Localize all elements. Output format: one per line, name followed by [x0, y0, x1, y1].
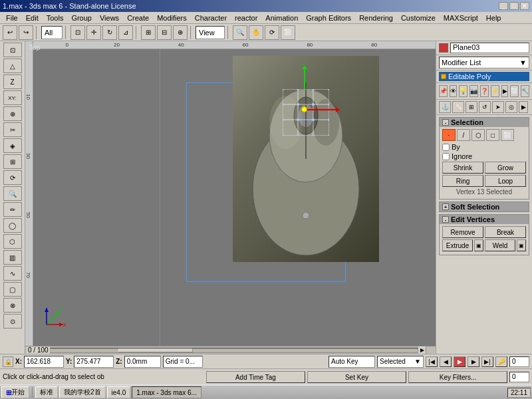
edit-vertices-collapse-button[interactable]: - — [442, 216, 449, 223]
lt-btn-1[interactable]: ⊡ — [3, 43, 22, 57]
lt-btn-18[interactable]: ⊙ — [3, 314, 22, 329]
snap-button[interactable]: ⊞ — [141, 25, 156, 40]
weld-button[interactable]: Weld — [485, 239, 515, 251]
y-coord-field[interactable]: 275.477 — [74, 356, 114, 368]
extrude-button[interactable]: Extrude — [442, 239, 473, 251]
menu-reactor[interactable]: reactor — [231, 13, 261, 23]
selection-header[interactable]: - Selection — [440, 118, 529, 127]
ring-button[interactable]: Ring — [442, 175, 483, 187]
menu-file[interactable]: File — [3, 13, 21, 23]
selection-collapse-button[interactable]: - — [442, 119, 449, 126]
menu-customize[interactable]: Customize — [398, 13, 439, 23]
menu-modifiers[interactable]: Modifiers — [154, 13, 190, 23]
modifier-list-dropdown[interactable]: Modifier List ▼ — [439, 57, 529, 68]
lt-btn-11[interactable]: ✏ — [3, 202, 22, 217]
taskbar-item-3dsmax[interactable]: 1.max - 3ds max 6... — [132, 386, 201, 398]
goto-start-button[interactable]: |◀ — [426, 356, 438, 367]
object-name-field[interactable]: Plane03 — [450, 43, 529, 53]
lt-btn-12[interactable]: ◯ — [3, 218, 22, 233]
lt-btn-9[interactable]: ⟳ — [3, 170, 22, 185]
lt-btn-8[interactable]: ⊞ — [3, 154, 22, 169]
stack-item-editable-poly[interactable]: Editable Poly — [439, 72, 529, 81]
close-button[interactable]: ✕ — [520, 2, 529, 10]
start-button[interactable]: ⊞ 开始 — [1, 386, 29, 398]
filter-dropdown[interactable]: All — [41, 26, 63, 39]
nav-icon[interactable]: ➤ — [492, 101, 504, 113]
menu-edit[interactable]: Edit — [23, 13, 42, 23]
pin-icon[interactable]: 📌 — [439, 85, 448, 97]
scrollbar-thumb[interactable] — [118, 348, 194, 352]
next-icon[interactable]: ▶ — [519, 101, 528, 113]
break-button[interactable]: Break — [485, 226, 526, 238]
by-checkbox[interactable] — [442, 144, 450, 151]
border-select-icon[interactable]: ⬡ — [471, 129, 485, 141]
next-frame-button[interactable]: ▶ — [467, 356, 479, 367]
lt-btn-5[interactable]: ⊕ — [3, 106, 22, 121]
undo-button[interactable]: ↩ — [3, 25, 17, 40]
zoom-button[interactable]: 🔍 — [233, 25, 247, 40]
scale-button[interactable]: ⊿ — [118, 25, 133, 40]
snap3-button[interactable]: ⊕ — [173, 25, 188, 40]
grow-button[interactable]: Grow — [485, 162, 526, 174]
orbit-button[interactable]: ⟳ — [265, 25, 279, 40]
extrude-settings-button[interactable]: ▣ — [474, 239, 483, 251]
soft-selection-header[interactable]: + Soft Selection — [440, 202, 529, 211]
selected-dropdown[interactable]: Selected ▼ — [377, 356, 424, 368]
poly-select-icon[interactable]: □ — [486, 129, 499, 141]
object-color-swatch[interactable] — [439, 43, 448, 53]
pan-button[interactable]: ✋ — [249, 25, 263, 40]
light-icon[interactable]: 💡 — [459, 85, 467, 97]
current-frame-display[interactable]: 0 — [509, 356, 529, 367]
lt-btn-13[interactable]: ⬡ — [3, 234, 22, 249]
lt-btn-7[interactable]: ◈ — [3, 138, 22, 153]
menu-character[interactable]: Character — [192, 13, 230, 23]
rotate-button[interactable]: ↻ — [102, 25, 117, 40]
menu-help[interactable]: Help — [483, 13, 505, 23]
menu-create[interactable]: Create — [124, 13, 152, 23]
remove-button[interactable]: Remove — [442, 226, 483, 238]
maximize-viewport-button[interactable]: ⬜ — [281, 25, 295, 40]
weld-settings-button[interactable]: ▣ — [517, 239, 526, 251]
viewport-3d[interactable]: Y X — [33, 49, 436, 346]
menu-graph-editors[interactable]: Graph Editors — [303, 13, 354, 23]
goto-end-button[interactable]: ▶| — [481, 356, 493, 367]
lt-btn-17[interactable]: ⊗ — [3, 298, 22, 313]
menu-group[interactable]: Group — [68, 13, 95, 23]
grid-icon[interactable]: ⊞ — [466, 101, 477, 113]
minimize-button[interactable]: _ — [499, 2, 508, 10]
select-button[interactable]: ⊡ — [70, 25, 85, 40]
anchor-icon[interactable]: ⚓ — [439, 101, 451, 113]
autokey-dropdown[interactable]: Auto Key — [329, 356, 375, 368]
loop-button[interactable]: Loop — [485, 175, 526, 187]
scrollbar-track[interactable] — [43, 348, 418, 353]
viewport-area[interactable]: Top 0 20 40 60 80 80 10 30 50 70 — [25, 41, 436, 354]
taskbar-item-ie[interactable]: ie4.0 — [107, 386, 131, 398]
anim-icon[interactable]: ◎ — [505, 101, 517, 113]
lt-btn-6[interactable]: ✂ — [3, 122, 22, 137]
edit-vertices-header[interactable]: - Edit Vertices — [440, 215, 529, 224]
snap2-button[interactable]: ⊟ — [157, 25, 172, 40]
lt-btn-16[interactable]: ▢ — [3, 282, 22, 297]
utility-icon[interactable]: 🔧 — [521, 85, 529, 97]
menu-animation[interactable]: Animation — [262, 13, 301, 23]
taskbar-item-school[interactable]: 我的学校2首 — [59, 386, 106, 398]
x-coord-field[interactable]: 162.618 — [24, 356, 64, 368]
display-icon[interactable]: ⬜ — [510, 85, 519, 97]
spacewarp-icon[interactable]: ⚡ — [491, 85, 499, 97]
redo-button[interactable]: ↪ — [19, 25, 33, 40]
play-button[interactable]: ▶ — [454, 356, 466, 367]
menu-tools[interactable]: Tools — [43, 13, 67, 23]
element-select-icon[interactable]: ⬜ — [501, 129, 514, 141]
taskbar-item-standard[interactable]: 标准 — [35, 386, 58, 398]
addtimetag-button[interactable]: Add Time Tag — [206, 371, 305, 383]
lock-icon[interactable]: 🔒 — [3, 356, 13, 367]
move-button[interactable]: ✛ — [86, 25, 101, 40]
frame-number-input[interactable]: 0 — [509, 372, 529, 382]
helper-icon[interactable]: ❓ — [480, 85, 489, 97]
ignore-checkbox[interactable] — [442, 153, 450, 160]
show-icon[interactable]: 👁 — [450, 85, 457, 97]
lt-btn-10[interactable]: 🔍 — [3, 186, 22, 201]
soft-selection-expand-button[interactable]: + — [442, 203, 449, 210]
motion-icon[interactable]: ▶ — [501, 85, 508, 97]
vertex-select-icon[interactable]: · — [442, 129, 456, 141]
